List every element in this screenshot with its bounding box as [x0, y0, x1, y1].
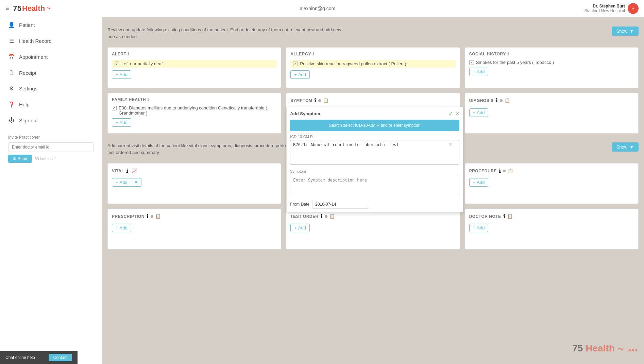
chevron-down-icon-2: ▼: [629, 144, 634, 150]
icd-code-input[interactable]: [290, 140, 459, 164]
popup-close-icon[interactable]: ✕: [455, 110, 459, 117]
doctor-note-info-icon[interactable]: ℹ: [503, 213, 505, 220]
procedure-card-title: PROCEDURE: [469, 169, 497, 173]
procedure-add-button[interactable]: + Add: [469, 178, 489, 187]
vital-trend-icon[interactable]: 📈: [132, 168, 137, 173]
symptom-info-icon[interactable]: ℹ: [314, 97, 316, 104]
procedure-plus-icon: +: [473, 180, 476, 185]
send-envelope-icon: ✉: [13, 156, 16, 161]
cards-row-2: FAMILY HEALTH ℹ ✓ E08: Diabetes mellitus…: [107, 93, 639, 134]
sidebar-item-sign-out[interactable]: ⏻ Sign out: [0, 112, 102, 128]
sidebar-item-receipt[interactable]: 🗒 Receipt: [0, 65, 102, 81]
diagnosis-info-icon[interactable]: ℹ: [496, 97, 498, 104]
test-order-plus-icon: +: [294, 225, 297, 230]
social-history-card-title: SOCIAL HISTORY ℹ: [469, 52, 634, 56]
symptom-popup: Add Symptom ✓ ✕ Search select ICD-10-CM …: [286, 107, 463, 212]
logo-wave-icon: 〜: [46, 5, 51, 12]
alert-plus-icon: +: [116, 72, 118, 77]
icd-clear-button[interactable]: ✕: [448, 141, 453, 147]
vital-dropdown-button[interactable]: ▼: [131, 178, 141, 187]
family-health-info-icon[interactable]: ℹ: [147, 97, 149, 102]
doctor-avatar[interactable]: +: [628, 3, 639, 14]
send-invite-button[interactable]: ✉ Send: [8, 155, 32, 163]
doctor-note-card: DOCTOR NOTE ℹ 📋 + Add: [465, 209, 639, 249]
doctor-note-card-title: DOCTOR NOTE: [469, 214, 501, 219]
allergy-add-button[interactable]: + Add: [290, 70, 310, 79]
alert-checkbox[interactable]: ✓: [115, 62, 119, 66]
top-header: ≡ 75 Health 〜 alexninn@g.com Dr. Stephen…: [0, 0, 644, 17]
allergy-checkbox[interactable]: ✓: [293, 62, 298, 66]
show-button-2[interactable]: Show ▼: [612, 142, 639, 152]
prescription-card: PRESCRIPTION ℹ 📋 + Add: [107, 209, 281, 249]
prescription-calendar-icon[interactable]: 📋: [155, 214, 161, 219]
social-history-info-icon[interactable]: ℹ: [507, 52, 509, 56]
test-order-status-dot: [325, 215, 327, 218]
doctor-note-calendar-icon[interactable]: 📋: [507, 214, 513, 219]
alert-add-button[interactable]: + Add: [112, 70, 131, 79]
vital-info-icon[interactable]: ℹ: [126, 168, 128, 174]
date-row: From Date: [290, 200, 459, 209]
allergy-item: ✓ Positive skin reaction ragweed pollen …: [290, 60, 455, 68]
diagnosis-add-button[interactable]: + Add: [469, 108, 489, 117]
main-layout: 👤 Patient ☰ Health Record 📅 Appointment …: [0, 17, 644, 364]
diagnosis-calendar-icon[interactable]: 📋: [505, 98, 510, 103]
show-button-1[interactable]: Show ▼: [612, 27, 639, 36]
social-history-add-button[interactable]: + Add: [469, 68, 489, 76]
family-health-plus-icon: +: [116, 120, 118, 125]
patient-email: alexninn@g.com: [300, 6, 336, 11]
doctor-note-plus-icon: +: [473, 225, 476, 230]
prescription-status-dot: [151, 215, 153, 218]
vital-card: VITAL ℹ 📈 + Add ▼: [107, 163, 281, 204]
hamburger-icon[interactable]: ≡: [5, 5, 9, 12]
popup-confirm-icon[interactable]: ✓: [448, 110, 453, 117]
patient-icon: 👤: [8, 22, 15, 28]
doctor-note-add-button[interactable]: + Add: [469, 224, 489, 232]
sidebar-item-appointment[interactable]: 📅 Appointment: [0, 49, 102, 65]
procedure-calendar-icon[interactable]: 📋: [508, 168, 513, 173]
from-date-input[interactable]: [312, 200, 369, 209]
diagnosis-card-title-row: DIAGNOSIS ℹ 📋: [469, 97, 634, 104]
doctor-name: Dr. Stephen Burt: [584, 4, 625, 8]
family-health-checkbox[interactable]: ✓: [112, 106, 117, 110]
family-health-add-button[interactable]: + Add: [112, 118, 131, 127]
popup-header: Add Symptom ✓ ✕: [290, 110, 459, 117]
alert-item: ✓ Left ear partially deaf: [112, 60, 277, 68]
sidebar-label-appointment: Appointment: [19, 54, 48, 60]
sidebar-label-patient: Patient: [19, 22, 35, 28]
sidebar-item-help[interactable]: ❓ Help: [0, 97, 102, 112]
prescription-add-button[interactable]: + Add: [112, 224, 131, 232]
symptom-search-box[interactable]: Search select ICD-10-CM R and/or enter s…: [290, 120, 459, 131]
test-order-card-title-row: TEST ORDER ℹ 📋: [290, 213, 455, 220]
symptom-card-title-row: SYMPTOM ℹ 📋: [290, 97, 455, 104]
chat-bar: Chat online help Contact: [0, 351, 78, 364]
prescription-card-title: PRESCRIPTION: [112, 214, 145, 219]
prescription-card-title-row: PRESCRIPTION ℹ 📋: [112, 213, 277, 220]
test-order-add-button[interactable]: + Add: [290, 224, 310, 232]
vital-add-button[interactable]: + Add: [112, 178, 131, 187]
chat-contact-button[interactable]: Contact: [49, 354, 72, 361]
procedure-card: PROCEDURE ℹ 📋 + Add: [465, 163, 639, 204]
doctor-note-card-title-row: DOCTOR NOTE ℹ 📋: [469, 213, 634, 220]
sidebar-item-health-record[interactable]: ☰ Health Record: [0, 33, 102, 49]
vital-card-title: VITAL: [112, 169, 124, 173]
symptom-calendar-icon[interactable]: 📋: [323, 98, 328, 103]
appointment-icon: 📅: [8, 54, 15, 60]
test-order-calendar-icon[interactable]: 📋: [329, 214, 335, 219]
procedure-info-icon[interactable]: ℹ: [499, 168, 501, 174]
family-health-item: ✓ E08: Diabetes mellitus due to underlyi…: [112, 105, 277, 116]
alert-card: ALERT ℹ ✓ Left ear partially deaf + Add: [107, 47, 281, 88]
test-order-info-icon[interactable]: ℹ: [321, 213, 323, 220]
vital-card-title-row: VITAL ℹ 📈: [112, 168, 277, 174]
invite-email-input[interactable]: [8, 142, 94, 152]
alert-info-icon[interactable]: ℹ: [128, 52, 130, 56]
allergy-info-icon[interactable]: ℹ: [312, 52, 315, 56]
watermark: 75 Health 〜 .com: [572, 343, 637, 354]
invite-actions: ✉ Send 50 invites left: [8, 155, 94, 163]
section1-description: Review and update following existing con…: [107, 27, 345, 40]
social-history-checkbox[interactable]: ✓: [469, 60, 474, 65]
sidebar-item-patient[interactable]: 👤 Patient: [0, 17, 102, 33]
sidebar-item-settings[interactable]: ⚙ Settings: [0, 81, 102, 97]
section1-header: Review and update following existing con…: [107, 22, 639, 42]
symptom-description-input[interactable]: [290, 175, 459, 195]
prescription-info-icon[interactable]: ℹ: [147, 213, 149, 220]
